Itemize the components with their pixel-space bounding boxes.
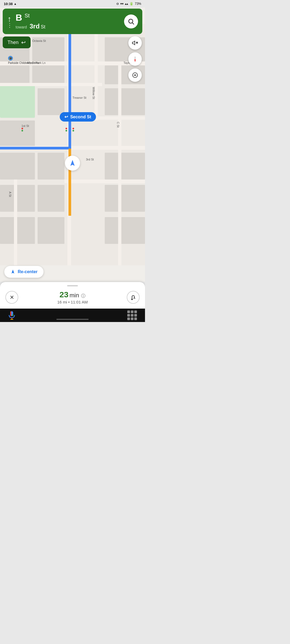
then-turn-icon: ↩ xyxy=(21,39,26,46)
eta-time: 23 min ⓘ xyxy=(18,290,127,299)
apps-grid-icon[interactable] xyxy=(127,310,137,320)
google-mic[interactable] xyxy=(8,311,16,320)
svg-marker-39 xyxy=(134,59,136,62)
current-location xyxy=(65,156,80,171)
svg-rect-27 xyxy=(14,180,17,265)
svg-rect-13 xyxy=(105,153,145,180)
svg-point-33 xyxy=(129,19,133,23)
search-button[interactable] xyxy=(124,14,138,28)
svg-rect-10 xyxy=(105,88,145,115)
up-arrow-icon: ↑ xyxy=(8,15,12,23)
status-bar: 10:38 ▲ ⊖ ▾▾ ▴▴ 🔋 73% xyxy=(0,0,145,8)
status-time: 10:38 ▲ xyxy=(4,2,17,6)
svg-rect-9 xyxy=(38,88,64,115)
map-svg xyxy=(0,8,145,282)
routes-icon xyxy=(130,294,137,301)
system-bar xyxy=(0,309,145,322)
home-indicator xyxy=(56,319,89,320)
mic-icon xyxy=(8,311,16,320)
svg-rect-3 xyxy=(0,65,30,84)
svg-rect-8 xyxy=(0,120,35,147)
svg-rect-15 xyxy=(38,185,64,212)
svg-rect-7 xyxy=(0,86,35,118)
dnd-icon: ⊖ xyxy=(116,2,119,6)
svg-rect-12 xyxy=(38,153,64,180)
bottom-handle xyxy=(67,285,78,286)
nav-header: ↑ ⋮ B St toward 3rd St xyxy=(3,9,142,34)
turn-street-label: Second St xyxy=(70,115,91,119)
svg-line-34 xyxy=(132,23,134,24)
nav-info-row: ✕ 23 min ⓘ 16 mi • 11:01 AM xyxy=(5,290,140,304)
svg-rect-14 xyxy=(0,185,35,212)
navigation-arrow-icon xyxy=(68,159,77,167)
nav-bottom-panel: ✕ 23 min ⓘ 16 mi • 11:01 AM xyxy=(0,282,145,309)
svg-marker-38 xyxy=(134,56,136,59)
svg-rect-21 xyxy=(0,83,102,86)
svg-marker-35 xyxy=(132,41,135,45)
eta-arrival: 11:01 AM xyxy=(71,300,88,304)
map-controls xyxy=(128,36,142,82)
eta-unit: min xyxy=(70,292,79,299)
then-label: Then xyxy=(8,40,19,45)
svg-rect-29 xyxy=(0,147,69,149)
battery-icon: 🔋 xyxy=(129,2,133,6)
svg-rect-26 xyxy=(118,61,121,265)
first-st-label: 1st St xyxy=(21,124,29,127)
close-nav-button[interactable]: ✕ xyxy=(5,291,18,304)
a-st-label: A St xyxy=(9,192,12,197)
svg-rect-4 xyxy=(32,65,64,84)
time-display: 10:38 xyxy=(4,2,13,6)
svg-rect-47 xyxy=(10,311,11,316)
svg-rect-19 xyxy=(105,217,145,244)
svg-rect-18 xyxy=(38,217,64,244)
willow-label: Willow St xyxy=(92,87,95,99)
svg-rect-17 xyxy=(0,217,35,244)
svg-marker-32 xyxy=(70,160,75,166)
then-banner: Then ↩ xyxy=(3,36,31,48)
svg-marker-43 xyxy=(12,270,14,274)
svg-rect-24 xyxy=(64,180,145,183)
nav-toward: toward 3rd St xyxy=(16,23,45,30)
recenter-button[interactable]: Re-center xyxy=(4,266,44,278)
gps-icon: ▲ xyxy=(14,2,17,5)
battery-percent: 73% xyxy=(135,2,141,6)
signal-icon: ▴▴ xyxy=(125,2,128,6)
traffic-light-right xyxy=(73,128,74,131)
traffic-light-left xyxy=(66,128,67,131)
mute-button[interactable] xyxy=(128,36,142,50)
poi-parkside: 🎓 Parkside Children's Center xyxy=(8,56,40,65)
eta-details: 16 mi • 11:01 AM xyxy=(18,300,127,304)
nav-direction: ↑ ⋮ B St toward 3rd St xyxy=(7,13,45,30)
third-st-label: 3rd St xyxy=(86,158,94,161)
svg-rect-16 xyxy=(105,185,145,212)
recenter-label: Re-center xyxy=(18,269,38,274)
dotted-line-icon: ⋮ xyxy=(7,23,12,27)
routes-button[interactable] xyxy=(127,291,140,304)
nav-street-info: B St toward 3rd St xyxy=(16,13,45,30)
eta-info-icon: ⓘ xyxy=(81,293,85,299)
direction-arrow: ↑ ⋮ xyxy=(7,15,12,27)
treanor-label: Treanor St xyxy=(73,96,86,99)
traffic-light-far-left xyxy=(21,128,23,131)
status-icons: ⊖ ▾▾ ▴▴ 🔋 73% xyxy=(116,2,141,6)
svg-rect-11 xyxy=(0,153,35,180)
svg-point-44 xyxy=(132,299,132,299)
add-stop-button[interactable] xyxy=(128,68,142,82)
map-area[interactable]: Octavia St Albert Park Ln Treanor St 1st… xyxy=(0,8,145,282)
svg-rect-48 xyxy=(12,314,13,316)
octavia-label: Octavia St xyxy=(32,39,46,42)
eta-distance: 16 mi xyxy=(57,300,67,304)
nav-street-name: B St xyxy=(16,13,45,23)
turn-arrow-icon: ↩ xyxy=(64,114,68,119)
svg-rect-28 xyxy=(95,24,98,120)
turn-indicator: ↩ Second St xyxy=(60,112,96,122)
recenter-icon xyxy=(10,269,16,275)
location-circle xyxy=(65,156,80,171)
eta-minutes: 23 xyxy=(60,290,68,299)
compass-button[interactable] xyxy=(128,52,142,66)
nav-info-center: 23 min ⓘ 16 mi • 11:01 AM xyxy=(18,290,127,304)
svg-rect-31 xyxy=(68,24,71,149)
c-st-label: C St xyxy=(117,122,120,127)
wifi-icon: ▾▾ xyxy=(120,2,124,6)
